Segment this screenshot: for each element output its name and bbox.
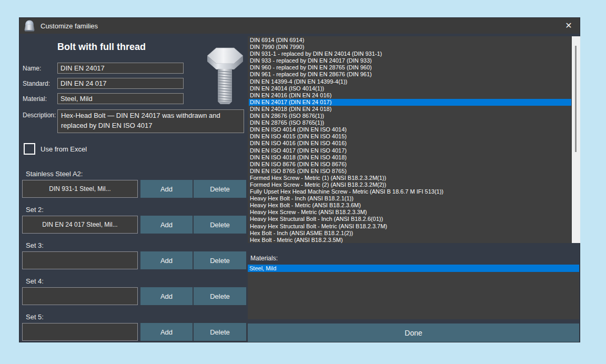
standards-list-item[interactable]: DIN 960 - replaced by DIN EN 28765 (DIN … — [249, 64, 571, 71]
standards-list-item[interactable]: Heavy Hex Structural Bolt - Metric (ANSI… — [249, 223, 571, 230]
materials-list-item[interactable]: Steel, Mild — [248, 265, 579, 272]
add-button[interactable]: Add — [140, 180, 193, 198]
set-value-field[interactable] — [22, 251, 138, 269]
standard-label: Standard: — [23, 80, 50, 87]
add-button[interactable]: Add — [140, 216, 193, 234]
set-label: Stainless Steel A2: — [26, 170, 83, 178]
customize-families-dialog: Customize families ✕ Bolt with full thre… — [19, 17, 580, 342]
standards-list-item[interactable]: DIN EN ISO 4018 (DIN EN ISO 4018) — [249, 154, 571, 161]
standards-list-item[interactable]: Formed Hex Screw - Metric (1) (ANSI B18.… — [249, 175, 571, 181]
standards-list-item[interactable]: Hex Bolt - Metric (ANSI B18.2.3.5M) — [249, 237, 571, 243]
use-from-excel-row: Use from Excel — [24, 143, 87, 155]
standards-list-item[interactable]: DIN EN 28765 (ISO 8765(1)) — [249, 119, 571, 126]
description-text: Hex-Head Bolt — DIN EN 24017 was withdra… — [61, 111, 235, 131]
description-label: Description: — [23, 112, 56, 119]
family-title: Bolt with full thread — [57, 42, 146, 53]
set-label: Set 5: — [26, 313, 44, 321]
material-field[interactable] — [57, 93, 184, 104]
standards-list-item[interactable]: Heavy Hex Bolt - Metric (ANSI B18.2.3.6M… — [249, 202, 571, 209]
standards-list-item[interactable]: DIN 6914 (DIN 6914) — [249, 37, 571, 44]
standards-list-item[interactable]: Heavy Hex Screw - Metric (ANSI B18.2.3.3… — [249, 209, 571, 216]
standards-list-item[interactable]: Fully Upset Hex Head Machine Screw - Met… — [249, 188, 571, 195]
materials-list: Steel, Mild — [248, 265, 579, 319]
standard-field[interactable] — [57, 78, 184, 89]
standards-list-item[interactable]: DIN EN ISO 4017 (DIN EN ISO 4017) — [249, 147, 571, 154]
standards-list: DIN 6914 (DIN 6914)DIN 7990 (DIN 7990)DI… — [249, 37, 571, 243]
delete-button[interactable]: Delete — [194, 251, 246, 269]
description-field[interactable]: Hex-Head Bolt — DIN EN 24017 was withdra… — [57, 109, 244, 133]
delete-button[interactable]: Delete — [194, 323, 246, 341]
set-label: Set 3: — [26, 241, 44, 249]
standards-list-item[interactable]: DIN EN 24016 (DIN EN 24 016) — [249, 92, 571, 99]
titlebar: Customize families ✕ — [19, 18, 580, 34]
standards-list-item[interactable]: DIN EN ISO 4014 (DIN EN ISO 4014) — [249, 126, 571, 133]
standards-scrollbar[interactable] — [572, 36, 580, 243]
set-value-field[interactable] — [22, 287, 138, 305]
set-value-field[interactable]: DIN 931-1 Steel, Mil... — [22, 180, 138, 198]
delete-button[interactable]: Delete — [194, 216, 246, 234]
standards-list-item[interactable]: DIN 933 - replaced by DIN EN 24017 (DIN … — [249, 57, 571, 64]
window-title: Customize families — [41, 22, 98, 30]
standards-list-panel: DIN 6914 (DIN 6914)DIN 7990 (DIN 7990)DI… — [248, 36, 580, 243]
standards-list-item[interactable]: DIN EN 24018 (DIN EN 24 018) — [249, 106, 571, 113]
use-from-excel-checkbox[interactable] — [24, 143, 35, 155]
standards-list-item[interactable]: DIN EN ISO 8676 (DIN EN ISO 8676) — [249, 161, 571, 168]
set-value-field[interactable] — [22, 323, 138, 341]
add-button[interactable]: Add — [140, 251, 193, 269]
set-value-field[interactable]: DIN EN 24 017 Steel, Mil... — [22, 216, 138, 234]
name-label: Name: — [23, 65, 41, 72]
standards-list-item[interactable]: DIN EN ISO 4015 (DIN EN ISO 4015) — [249, 133, 571, 140]
standards-list-item[interactable]: Heavy Hex Bolt - Inch (ANSI B18.2.1(1)) — [249, 195, 571, 202]
delete-button[interactable]: Delete — [194, 180, 246, 198]
standards-list-item[interactable]: DIN EN ISO 4016 (DIN EN ISO 4016) — [249, 140, 571, 147]
set-label: Set 4: — [26, 277, 44, 285]
bolt-image — [202, 44, 248, 107]
standards-list-item[interactable]: DIN 931-1 - replaced by DIN EN 24014 (DI… — [249, 50, 571, 57]
done-button[interactable]: Done — [248, 323, 579, 342]
standards-list-item[interactable]: DIN 961 - replaced by DIN EN 28676 (DIN … — [249, 71, 571, 78]
name-field[interactable] — [57, 63, 184, 74]
standards-list-item[interactable]: DIN EN 24014 (ISO 4014(1)) — [249, 85, 571, 92]
material-label: Material: — [23, 95, 47, 103]
set-label: Set 2: — [26, 206, 44, 214]
nut-icon — [24, 19, 35, 32]
materials-label: Materials: — [250, 255, 278, 262]
standards-list-item[interactable]: DIN EN ISO 8765 (DIN EN ISO 8765) — [249, 168, 571, 175]
standards-list-item[interactable]: DIN 7990 (DIN 7990) — [249, 44, 571, 50]
standards-list-item[interactable]: Hex Bolt - Inch (ANSI ASME B18.2.1(2)) — [249, 230, 571, 237]
standards-list-item[interactable]: DIN EN 24017 (DIN EN 24 017) — [249, 99, 571, 106]
standards-list-item[interactable]: Heavy Hex Structural Bolt - Inch (ANSI B… — [249, 216, 571, 223]
use-from-excel-label: Use from Excel — [41, 145, 87, 153]
delete-button[interactable]: Delete — [194, 287, 246, 305]
add-button[interactable]: Add — [140, 323, 193, 341]
standards-list-item[interactable]: DIN EN 14399-4 (DIN EN 14399-4(1)) — [249, 78, 571, 85]
add-button[interactable]: Add — [140, 287, 193, 305]
standards-list-item[interactable]: Formed Hex Screw - Metric (2) (ANSI B18.… — [249, 181, 571, 188]
close-icon[interactable]: ✕ — [563, 20, 574, 32]
scrollbar-thumb[interactable] — [575, 46, 577, 152]
standards-list-item[interactable]: DIN EN 28676 (ISO 8676(1)) — [249, 113, 571, 119]
